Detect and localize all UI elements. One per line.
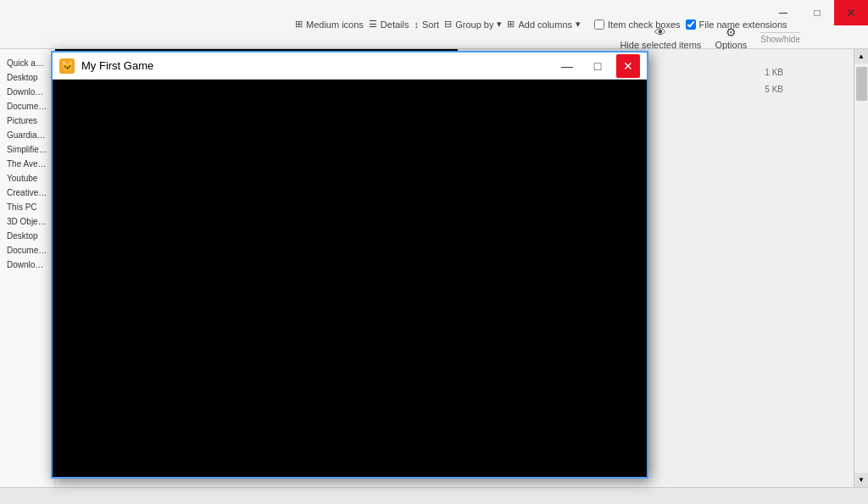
sidebar-item-3dobjects[interactable]: 3D Objects bbox=[3, 214, 51, 229]
game-window-title: My First Game bbox=[81, 59, 548, 72]
close-button[interactable]: ✕ bbox=[616, 54, 640, 78]
addcolumns-label: Add columns bbox=[518, 19, 572, 30]
sidebar-item-desktop2[interactable]: Desktop bbox=[3, 229, 51, 243]
sidebar-item-youtube[interactable]: Youtube bbox=[3, 171, 51, 186]
maximize-button[interactable]: □ bbox=[586, 54, 609, 78]
groupby-chevron: ▾ bbox=[497, 19, 502, 30]
groupby-label: Group by bbox=[455, 19, 493, 30]
medium-icons-icon: ⊞ bbox=[295, 19, 303, 30]
ribbon-details[interactable]: ☰ Details bbox=[369, 19, 409, 30]
show-hide-label: Show/hide bbox=[760, 32, 800, 44]
sidebar-item-quickaccess[interactable]: Quick access bbox=[3, 56, 51, 70]
options-icon: ⚙ bbox=[726, 25, 737, 39]
groupby-icon: ⊟ bbox=[444, 19, 452, 30]
options-btn[interactable]: ⚙ Options bbox=[715, 25, 747, 50]
sidebar-item-documents[interactable]: Documents bbox=[3, 99, 51, 114]
sidebar-item-creative[interactable]: Creative Cl... bbox=[3, 186, 51, 200]
details-label: Details bbox=[381, 19, 409, 30]
sort-label: Sort bbox=[422, 19, 439, 30]
sidebar-item-downloads2[interactable]: Downloads bbox=[3, 258, 51, 272]
scrollbar-up-arrow[interactable]: ▲ bbox=[854, 49, 869, 64]
file-size-2: 5 KB bbox=[765, 85, 783, 94]
sidebar-item-avengers[interactable]: The Aveng... bbox=[3, 157, 51, 171]
sidebar-item-pictures[interactable]: Pictures bbox=[3, 114, 51, 128]
window-controls-bg: ─ □ ✕ bbox=[766, 0, 868, 25]
ribbon-medium-icons[interactable]: ⊞ Medium icons bbox=[295, 19, 364, 30]
minimize-bg-btn[interactable]: ─ bbox=[766, 0, 800, 25]
sidebar-item-guardians[interactable]: Guardians... bbox=[3, 128, 51, 142]
file-size-1: 1 KB bbox=[765, 68, 783, 77]
medium-icons-label: Medium icons bbox=[306, 19, 364, 30]
details-icon: ☰ bbox=[369, 19, 377, 30]
sidebar-item-desktop[interactable]: Desktop bbox=[3, 70, 51, 85]
sort-icon: ↕ bbox=[414, 19, 419, 30]
sidebar: Quick access Desktop Downloads Documents… bbox=[0, 49, 55, 504]
hide-selected-icon: 👁 bbox=[654, 25, 666, 39]
taskbar bbox=[0, 487, 868, 504]
addcolumns-icon: ⊞ bbox=[507, 19, 515, 30]
ribbon-groupby[interactable]: ⊟ Group by ▾ bbox=[444, 19, 502, 30]
sidebar-item-thispc[interactable]: This PC bbox=[3, 200, 51, 214]
game-titlebar: 🐱 My First Game — □ ✕ bbox=[53, 53, 647, 80]
ribbon-sort[interactable]: ↕ Sort bbox=[414, 19, 439, 30]
game-window-icon: 🐱 bbox=[59, 58, 75, 74]
game-canvas bbox=[53, 80, 647, 477]
maximize-bg-btn[interactable]: □ bbox=[800, 0, 834, 25]
ribbon-addcolumns[interactable]: ⊞ Add columns ▾ bbox=[507, 19, 581, 30]
game-window: 🐱 My First Game — □ ✕ bbox=[51, 51, 648, 479]
hide-selected-label: Hide selected items bbox=[620, 40, 701, 50]
item-check-boxes-checkbox[interactable] bbox=[594, 19, 604, 30]
scrollbar-thumb[interactable] bbox=[856, 67, 867, 101]
sidebar-item-documents2[interactable]: Documents bbox=[3, 243, 51, 258]
sidebar-item-simplified[interactable]: Simplified... bbox=[3, 142, 51, 157]
hide-selected-btn[interactable]: 👁 Hide selected items bbox=[620, 25, 701, 50]
close-bg-btn[interactable]: ✕ bbox=[834, 0, 868, 25]
sidebar-item-downloads[interactable]: Downloads bbox=[3, 85, 51, 99]
ribbon-row2: 👁 Hide selected items ⚙ Options Show/hid… bbox=[620, 25, 800, 50]
minimize-button[interactable]: — bbox=[555, 54, 579, 78]
scrollbar-right[interactable]: ▲ ▼ bbox=[854, 49, 868, 487]
scrollbar-down-arrow[interactable]: ▼ bbox=[854, 473, 869, 487]
options-label: Options bbox=[715, 40, 747, 50]
addcolumns-chevron: ▾ bbox=[576, 19, 581, 30]
